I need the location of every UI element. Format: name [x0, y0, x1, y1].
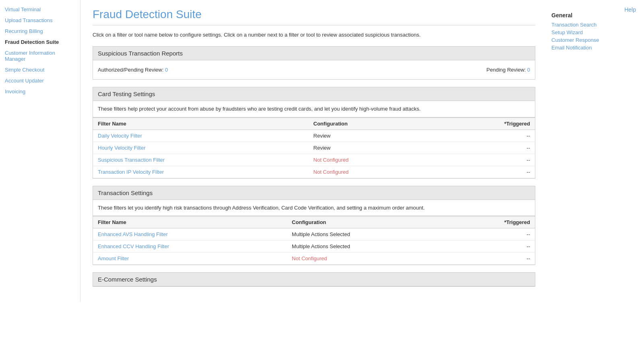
col-configuration-1: Configuration: [309, 117, 435, 130]
card-testing-table: Filter Name Configuration *Triggered Dai…: [93, 117, 535, 178]
right-sidebar-link-customer-response[interactable]: Customer Response: [551, 37, 632, 43]
sidebar-item-recurring-billing[interactable]: Recurring Billing: [0, 26, 80, 37]
right-sidebar-link-transaction-search[interactable]: Transaction Search: [551, 22, 632, 28]
filter-link[interactable]: Transaction IP Velocity Filter: [98, 169, 164, 175]
filter-link[interactable]: Amount Filter: [98, 255, 129, 261]
sidebar-item-customer-information-manager[interactable]: Customer Information Manager: [0, 47, 80, 64]
right-sidebar-link-email-notification[interactable]: Email Notification: [551, 45, 632, 51]
filter-config: Multiple Actions Selected: [287, 228, 450, 241]
filter-config: Not Configured: [309, 166, 435, 178]
sidebar-item-account-updater[interactable]: Account Updater: [0, 75, 80, 86]
right-sidebar-links: Transaction SearchSetup WizardCustomer R…: [551, 22, 632, 51]
transaction-settings-description: These filters let you identify high risk…: [93, 200, 535, 216]
col-filter-name-2: Filter Name: [93, 216, 287, 228]
main-content: Fraud Detection Suite Click on a filter …: [80, 0, 644, 302]
table-row: Enhanced CCV Handling FilterMultiple Act…: [93, 241, 535, 253]
filter-triggered: --: [450, 241, 535, 253]
filter-triggered: --: [450, 228, 535, 241]
col-triggered-2: *Triggered: [450, 216, 535, 228]
filter-triggered: --: [435, 142, 535, 154]
filter-config: Review: [309, 142, 435, 154]
sidebar: Virtual TerminalUpload TransactionsRecur…: [0, 0, 80, 302]
right-sidebar: General Transaction SearchSetup WizardCu…: [551, 8, 632, 294]
review-row: Authorized/Pending Review: 0 Pending Rev…: [98, 64, 530, 76]
table-row: Transaction IP Velocity FilterNot Config…: [93, 166, 535, 178]
transaction-settings-header: Transaction Settings: [93, 186, 535, 200]
ecommerce-section: E-Commerce Settings: [93, 272, 535, 287]
table-row: Amount FilterNot Configured--: [93, 253, 535, 265]
sidebar-item-simple-checkout[interactable]: Simple Checkout: [0, 64, 80, 75]
col-triggered-1: *Triggered: [435, 117, 535, 130]
filter-link[interactable]: Enhanced AVS Handling Filter: [98, 231, 168, 237]
intro-text: Click on a filter or tool name below to …: [93, 31, 535, 39]
card-testing-table-header: Filter Name Configuration *Triggered: [93, 117, 535, 130]
card-testing-description: These filters help protect your account …: [93, 101, 535, 117]
filter-config: Review: [309, 130, 435, 142]
transaction-settings-table-header: Filter Name Configuration *Triggered: [93, 216, 535, 228]
pending-label: Pending Review: 0: [487, 66, 530, 74]
filter-triggered: --: [435, 130, 535, 142]
authorized-label: Authorized/Pending Review: 0: [98, 66, 168, 74]
content-area: Fraud Detection Suite Click on a filter …: [93, 8, 535, 294]
title-divider: [93, 25, 535, 25]
filter-link[interactable]: Enhanced CCV Handling Filter: [98, 243, 169, 249]
filter-triggered: --: [450, 253, 535, 265]
transaction-settings-table: Filter Name Configuration *Triggered Enh…: [93, 216, 535, 265]
right-sidebar-link-setup-wizard[interactable]: Setup Wizard: [551, 29, 632, 35]
filter-config: Multiple Actions Selected: [287, 241, 450, 253]
filter-link[interactable]: Hourly Velocity Filter: [98, 145, 145, 151]
pending-value-link[interactable]: 0: [527, 67, 530, 73]
filter-triggered: --: [435, 154, 535, 166]
authorized-value-link[interactable]: 0: [165, 67, 168, 73]
sidebar-item-upload-transactions[interactable]: Upload Transactions: [0, 15, 80, 26]
filter-link[interactable]: Suspicious Transaction Filter: [98, 157, 165, 163]
filter-config: Not Configured: [287, 253, 450, 265]
filter-config: Not Configured: [309, 154, 435, 166]
filter-triggered: --: [435, 166, 535, 178]
suspicious-section-header: Suspicious Transaction Reports: [93, 46, 535, 60]
table-row: Hourly Velocity FilterReview--: [93, 142, 535, 154]
card-testing-header: Card Testing Settings: [93, 87, 535, 101]
col-configuration-2: Configuration: [287, 216, 450, 228]
ecommerce-header: E-Commerce Settings: [93, 273, 535, 286]
sidebar-item-virtual-terminal[interactable]: Virtual Terminal: [0, 4, 80, 15]
page-title: Fraud Detection Suite: [93, 8, 535, 21]
table-row: Daily Velocity FilterReview--: [93, 130, 535, 142]
suspicious-section-body: Authorized/Pending Review: 0 Pending Rev…: [93, 60, 535, 80]
col-filter-name-1: Filter Name: [93, 117, 309, 130]
sidebar-item-fraud-detection-suite: Fraud Detection Suite: [0, 37, 80, 47]
help-link[interactable]: Help: [624, 6, 636, 13]
card-testing-section: Card Testing Settings These filters help…: [93, 87, 535, 179]
filter-link[interactable]: Daily Velocity Filter: [98, 133, 142, 139]
right-sidebar-title: General: [551, 12, 632, 19]
transaction-settings-section: Transaction Settings These filters let y…: [93, 186, 535, 265]
suspicious-transaction-section: Suspicious Transaction Reports Authorize…: [93, 46, 535, 80]
table-row: Suspicious Transaction FilterNot Configu…: [93, 154, 535, 166]
table-row: Enhanced AVS Handling FilterMultiple Act…: [93, 228, 535, 241]
sidebar-item-invoicing[interactable]: Invoicing: [0, 86, 80, 97]
